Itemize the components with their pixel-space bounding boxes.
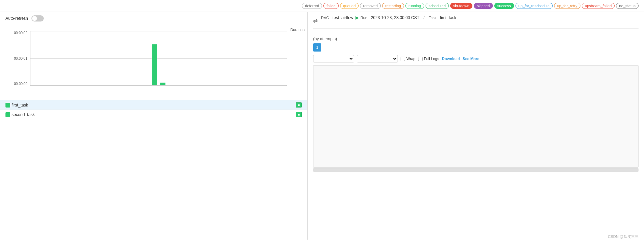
attempts-label: (by attempts) xyxy=(313,37,639,41)
task-row-first_task[interactable]: first_task■ xyxy=(0,100,307,110)
badge-upstream_failed[interactable]: upstream_failed xyxy=(582,3,615,9)
wrap-label: Wrap xyxy=(406,57,415,61)
badge-scheduled[interactable]: scheduled xyxy=(426,3,449,9)
badge-up_for_reschedule[interactable]: up_for_reschedule xyxy=(515,3,553,9)
main-layout: Auto-refresh Duration 00:00:02 00:00:01 … xyxy=(0,12,644,240)
run-label: Run xyxy=(361,16,367,20)
status-bar: deferredfailedqueuedremovedrestartingrun… xyxy=(0,0,644,12)
dag-value: test_airflow xyxy=(333,15,353,20)
chart-area: Duration 00:00:02 00:00:01 00:00:00 xyxy=(0,25,307,100)
bar-first-task[interactable] xyxy=(152,44,157,85)
y-label-0: 00:00:00 xyxy=(14,82,27,86)
full-logs-checkbox[interactable] xyxy=(418,57,422,61)
bar-second-task[interactable] xyxy=(160,83,165,85)
see-more-link[interactable]: See More xyxy=(462,57,479,61)
left-panel: Auto-refresh Duration 00:00:02 00:00:01 … xyxy=(0,12,308,240)
badge-restarting[interactable]: restarting xyxy=(382,3,404,9)
attempts-section: (by attempts) 1 xyxy=(313,37,639,52)
run-value: 2023-10-23, 23:00:00 CST xyxy=(371,15,419,20)
level-select[interactable] xyxy=(313,55,354,62)
task-dot-second_task xyxy=(5,112,10,117)
task-label: Task xyxy=(429,16,437,20)
log-controls: Wrap Full Logs Download See More xyxy=(313,55,639,62)
log-output[interactable] xyxy=(313,65,639,168)
task-value: first_task xyxy=(440,15,456,20)
badge-deferred[interactable]: deferred xyxy=(302,3,322,9)
wrap-checkbox[interactable] xyxy=(401,57,405,61)
badge-success[interactable]: success xyxy=(494,3,514,9)
source-select[interactable] xyxy=(357,55,398,62)
auto-refresh-label: Auto-refresh xyxy=(5,16,28,21)
duration-label: Duration xyxy=(290,28,305,32)
badge-no_status[interactable]: no_status xyxy=(616,3,639,9)
auto-refresh-bar: Auto-refresh xyxy=(0,12,307,25)
dag-label: DAG xyxy=(321,16,329,20)
download-link[interactable]: Download xyxy=(442,57,460,61)
badge-queued[interactable]: queued xyxy=(340,3,359,9)
full-logs-checkbox-group: Full Logs xyxy=(418,57,439,61)
breadcrumb: DAG test_airflow ▶ Run 2023-10-23, 23:00… xyxy=(321,15,456,23)
attempt-1[interactable]: 1 xyxy=(313,43,321,52)
watermark: CSDN @瓜皮三三 xyxy=(608,234,639,239)
tab-nav xyxy=(313,28,639,29)
badge-skipped[interactable]: skipped xyxy=(474,3,493,9)
task-list: first_task■second_task■ xyxy=(0,100,307,119)
horizontal-scrollbar[interactable] xyxy=(313,168,639,172)
task-name-second_task: second_task xyxy=(12,112,35,117)
badge-up_for_retry[interactable]: up_for_retry xyxy=(554,3,580,9)
task-dot-first_task xyxy=(5,103,10,108)
y-label-2: 00:00:02 xyxy=(14,31,27,35)
task-status-btn-second_task[interactable]: ■ xyxy=(296,112,302,117)
badge-removed[interactable]: removed xyxy=(360,3,381,9)
wrap-checkbox-group: Wrap xyxy=(401,57,415,61)
expand-icon[interactable]: ⇄ xyxy=(313,17,318,24)
task-status-btn-first_task[interactable]: ■ xyxy=(296,102,302,108)
y-label-1: 00:00:01 xyxy=(14,57,27,60)
right-panel: ⇄ DAG test_airflow ▶ Run 2023-10-23, 23:… xyxy=(308,12,644,240)
full-logs-label: Full Logs xyxy=(424,57,439,61)
badge-shutdown[interactable]: shutdown xyxy=(450,3,472,9)
badge-failed[interactable]: failed xyxy=(323,3,338,9)
task-row-second_task[interactable]: second_task■ xyxy=(0,110,307,119)
task-name-first_task: first_task xyxy=(12,103,28,108)
auto-refresh-toggle[interactable] xyxy=(31,15,44,22)
badge-running[interactable]: running xyxy=(405,3,424,9)
